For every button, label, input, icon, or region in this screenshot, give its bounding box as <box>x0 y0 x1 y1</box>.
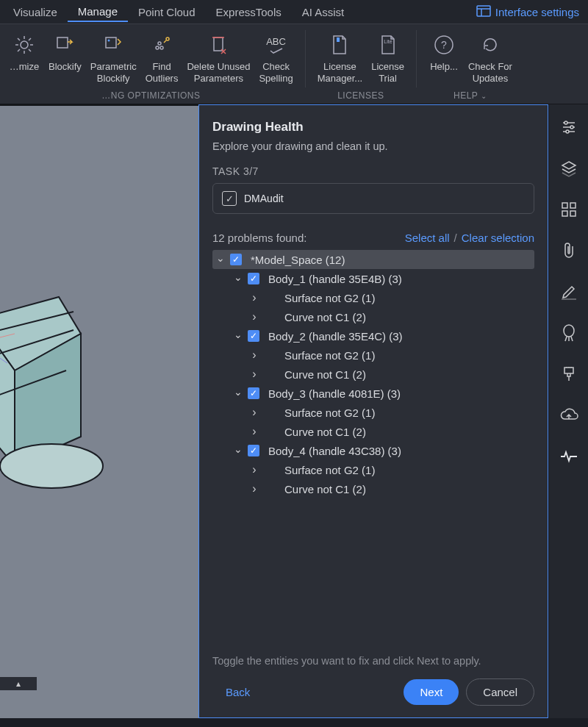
help-icon: ? <box>431 32 457 58</box>
find-outliers-label: Find Outliers <box>146 61 179 84</box>
delete-unused-button[interactable]: Delete Unused Parameters <box>182 29 254 87</box>
chevron-right-icon[interactable] <box>249 310 259 323</box>
task-name-box: ✓ DMAudit <box>212 183 534 214</box>
license-manager-button[interactable]: License Manager... <box>313 29 367 87</box>
clear-selection-link[interactable]: Clear selection <box>462 232 534 244</box>
optimize-button[interactable]: …mize <box>4 29 44 76</box>
svg-point-3 <box>21 41 28 49</box>
checkbox-checked[interactable]: ✓ <box>248 387 259 399</box>
tree-row[interactable]: Curve not C1 (2) <box>212 479 534 498</box>
panel-subtitle: Explore your drawing and clean it up. <box>212 140 534 152</box>
grid-icon[interactable] <box>559 200 578 219</box>
checkbox-checked[interactable]: ✓ <box>248 445 259 456</box>
check-spelling-label: Check Spelling <box>259 61 293 84</box>
tree-row-label: Body_1 (handle 35E4B) (3) <box>268 273 402 285</box>
chevron-down-icon[interactable] <box>233 445 243 456</box>
chevron-down-icon[interactable] <box>233 330 243 342</box>
parametric-blockify-label: Parametric Blockify <box>90 61 137 84</box>
problems-header: 12 problems found: Select all / Clear se… <box>212 232 534 244</box>
svg-text:?: ? <box>441 39 447 51</box>
chevron-down-icon: ⌄ <box>481 92 487 100</box>
find-outliers-icon <box>148 32 175 58</box>
tab-visualize[interactable]: Visualize <box>3 3 68 21</box>
tree-row-label: Surface not G2 (1) <box>284 292 375 304</box>
layout-icon <box>476 5 491 19</box>
tree-row[interactable]: Surface not G2 (1) <box>212 403 534 422</box>
chevron-right-icon[interactable] <box>249 348 259 362</box>
license-trial-button[interactable]: Lite License Trial <box>367 29 409 87</box>
model-preview <box>0 290 147 554</box>
next-button[interactable]: Next <box>404 679 459 705</box>
tree-row[interactable]: ✓Body_1 (handle 35E4B) (3) <box>212 269 534 288</box>
tree-row[interactable]: Surface not G2 (1) <box>212 288 534 307</box>
tree-row[interactable]: Surface not G2 (1) <box>212 460 534 479</box>
chevron-right-icon[interactable] <box>249 463 259 476</box>
ribbon-group-label-help[interactable]: HELP⌄ <box>420 90 521 104</box>
svg-point-10 <box>166 37 169 40</box>
tree-row-label: Curve not C1 (2) <box>284 368 366 381</box>
cloud-upload-icon[interactable] <box>559 406 578 425</box>
chevron-right-icon[interactable] <box>249 368 259 381</box>
tree-row[interactable]: ✓*Model_Space (12) <box>212 250 534 269</box>
cancel-button[interactable]: Cancel <box>466 678 534 706</box>
delete-unused-label: Delete Unused Parameters <box>187 61 250 84</box>
find-outliers-button[interactable]: Find Outliers <box>141 29 183 87</box>
checkbox-checked[interactable]: ✓ <box>230 254 242 265</box>
chevron-right-icon[interactable] <box>249 482 259 495</box>
check-spelling-button[interactable]: ABC Check Spelling <box>254 29 297 87</box>
chevron-right-icon[interactable] <box>249 291 259 304</box>
paperclip-icon[interactable] <box>559 241 578 260</box>
tree-row-label: Curve not C1 (2) <box>284 426 366 438</box>
tree-row[interactable]: ✓Body_3 (handle 4081E) (3) <box>212 384 534 403</box>
license-trial-icon: Lite <box>375 32 401 58</box>
chevron-right-icon[interactable] <box>249 406 259 419</box>
help-button[interactable]: ? Help... <box>424 29 464 76</box>
tree-row[interactable]: Curve not C1 (2) <box>212 422 534 441</box>
tree-row-label: Surface not G2 (1) <box>284 349 375 362</box>
check-updates-button[interactable]: Check For Updates <box>464 29 517 87</box>
svg-point-9 <box>158 42 161 45</box>
tab-manage[interactable]: Manage <box>68 2 128 22</box>
tree-row[interactable]: Curve not C1 (2) <box>212 307 534 326</box>
parametric-blockify-button[interactable]: Parametric Blockify <box>86 29 141 87</box>
viewport-tab-bar[interactable]: ▴ <box>0 677 37 690</box>
layers-icon[interactable] <box>559 159 578 178</box>
tree-row-label: Body_2 (handle 35E4C) (3) <box>268 330 403 343</box>
health-chart-icon[interactable] <box>559 447 578 466</box>
svg-rect-5 <box>106 37 116 48</box>
svg-text:Lite: Lite <box>384 39 392 44</box>
chevron-down-icon[interactable] <box>233 273 243 284</box>
tab-point-cloud[interactable]: Point Cloud <box>128 3 206 21</box>
sliders-icon[interactable] <box>559 118 578 137</box>
tab-ai-assist[interactable]: AI Assist <box>292 3 355 21</box>
delete-unused-icon <box>205 32 232 58</box>
chevron-down-icon[interactable] <box>215 254 226 265</box>
checkbox-checked[interactable]: ✓ <box>248 273 259 284</box>
tree-row[interactable]: Surface not G2 (1) <box>212 345 534 365</box>
select-all-link[interactable]: Select all <box>405 232 450 244</box>
blockify-button[interactable]: Blockify <box>44 29 86 76</box>
ribbon-group-label-optimizations: …NG OPTIMIZATIONS <box>0 90 302 104</box>
tree-row[interactable]: Curve not C1 (2) <box>212 365 534 384</box>
help-label: Help... <box>430 61 458 73</box>
tab-expresstools[interactable]: ExpressTools <box>206 3 292 21</box>
brush-icon[interactable] <box>559 365 578 384</box>
pen-icon[interactable] <box>559 282 578 301</box>
interface-settings-link[interactable]: Interface settings <box>476 5 585 19</box>
tree-row-label: Surface not G2 (1) <box>284 407 375 419</box>
panel-footer: Toggle the entities you want to fix and … <box>212 648 534 706</box>
optimize-label: …mize <box>10 61 39 73</box>
svg-rect-35 <box>564 368 573 373</box>
blockify-label: Blockify <box>49 61 82 73</box>
balloon-icon[interactable] <box>559 323 578 343</box>
svg-rect-0 <box>477 6 490 16</box>
svg-rect-33 <box>562 211 567 216</box>
tree-row[interactable]: ✓Body_2 (handle 35E4C) (3) <box>212 326 534 345</box>
tree-row-label: Body_4 (handle 43C38) (3) <box>268 445 401 457</box>
chevron-down-icon[interactable] <box>233 387 243 399</box>
chevron-right-icon[interactable] <box>249 425 259 438</box>
checkbox-checked[interactable]: ✓ <box>248 330 259 342</box>
back-button[interactable]: Back <box>217 680 259 704</box>
license-icon <box>326 32 353 58</box>
tree-row[interactable]: ✓Body_4 (handle 43C38) (3) <box>212 441 534 460</box>
